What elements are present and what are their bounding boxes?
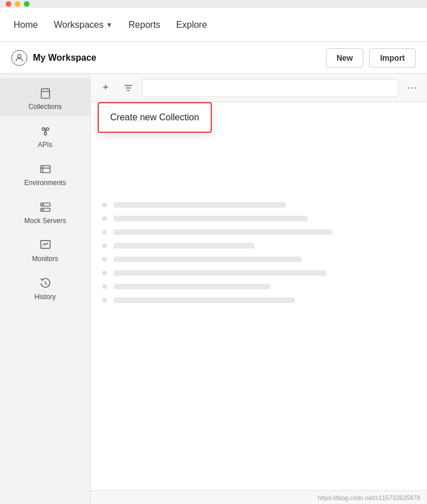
- workspace-actions: New Import: [326, 48, 416, 68]
- avatar: [11, 50, 27, 66]
- status-url: https://blog.csdn.net/z115732625878: [318, 494, 420, 501]
- traffic-light-green[interactable]: [24, 1, 30, 7]
- svg-line-6: [45, 129, 47, 132]
- apis-icon: [39, 124, 52, 138]
- skeleton-dot: [102, 284, 107, 289]
- mock-servers-icon: [39, 200, 52, 214]
- sidebar-label-history: History: [35, 293, 56, 301]
- workspace-left: My Workspace: [11, 50, 97, 66]
- skeleton-row-7: [102, 284, 416, 289]
- new-button[interactable]: New: [326, 48, 364, 68]
- skeleton-bar: [114, 202, 286, 208]
- svg-point-13: [42, 204, 43, 205]
- svg-rect-8: [40, 166, 50, 173]
- skeleton-dot: [102, 257, 107, 262]
- create-collection-item[interactable]: Create new Collection: [99, 103, 211, 132]
- sidebar-label-collections: Collections: [28, 103, 62, 111]
- sidebar-label-environments: Environments: [24, 179, 66, 187]
- status-bar: https://blog.csdn.net/z115732625878: [91, 490, 427, 504]
- top-nav: Home Workspaces ▼ Reports Explore: [0, 8, 427, 42]
- dropdown-popup: Create new Collection: [98, 102, 212, 133]
- sidebar-item-apis[interactable]: APIs: [0, 116, 90, 154]
- toolbar: + ···: [91, 74, 427, 102]
- sidebar-item-monitors[interactable]: Monitors: [0, 230, 90, 268]
- skeleton-bar: [114, 229, 333, 235]
- traffic-light-yellow[interactable]: [15, 1, 20, 7]
- sidebar-item-collections[interactable]: Collections: [0, 78, 90, 116]
- skeleton-row-6: [102, 270, 416, 276]
- skeleton-bar: [114, 243, 254, 249]
- main-layout: Collections APIs: [0, 74, 427, 504]
- sidebar: Collections APIs: [0, 74, 91, 504]
- skeleton-dot: [102, 230, 107, 234]
- skeleton-bar: [114, 284, 270, 289]
- nav-item-reports[interactable]: Reports: [128, 20, 160, 30]
- nav-item-explore[interactable]: Explore: [176, 20, 207, 30]
- skeleton-row-1: [102, 202, 416, 208]
- content-area: + ··· Create new Collection: [91, 74, 427, 504]
- sidebar-item-environments[interactable]: Environments: [0, 154, 90, 192]
- more-button[interactable]: ···: [403, 79, 421, 97]
- title-bar: [0, 0, 427, 8]
- skeleton-dot: [102, 298, 107, 303]
- traffic-light-red[interactable]: [6, 1, 11, 7]
- collections-icon: [39, 86, 52, 100]
- skeleton-bar: [114, 297, 295, 303]
- nav-item-home[interactable]: Home: [14, 20, 38, 30]
- filter-button[interactable]: [119, 79, 137, 97]
- skeleton-bar: [114, 257, 302, 262]
- skeleton-row-2: [102, 216, 416, 221]
- sidebar-item-mock-servers[interactable]: Mock Servers: [0, 192, 90, 230]
- add-button[interactable]: +: [97, 79, 115, 97]
- sidebar-label-mock-servers: Mock Servers: [24, 217, 66, 225]
- svg-point-14: [42, 209, 43, 211]
- skeleton-dot: [102, 203, 107, 207]
- sidebar-item-history[interactable]: History: [0, 268, 90, 306]
- workspace-bar: My Workspace New Import: [0, 42, 427, 74]
- sidebar-label-monitors: Monitors: [32, 255, 58, 263]
- workspace-name: My Workspace: [33, 53, 97, 63]
- skeleton-row-8: [102, 297, 416, 303]
- svg-point-4: [44, 132, 47, 135]
- svg-rect-1: [41, 89, 49, 99]
- environments-icon: [39, 162, 52, 176]
- skeleton-bar: [114, 270, 326, 276]
- skeleton-dot: [102, 243, 107, 248]
- monitors-icon: [39, 238, 52, 252]
- search-input[interactable]: [142, 79, 399, 97]
- skeleton-bar: [114, 216, 308, 221]
- skeleton-dot: [102, 271, 107, 275]
- chevron-down-icon: ▼: [106, 21, 112, 29]
- nav-item-workspaces[interactable]: Workspaces ▼: [54, 20, 113, 30]
- import-button[interactable]: Import: [369, 48, 416, 68]
- history-icon: [39, 276, 52, 290]
- skeleton-row-3: [102, 229, 416, 235]
- svg-point-0: [18, 54, 21, 58]
- skeleton-row-4: [102, 243, 416, 249]
- sidebar-label-apis: APIs: [38, 141, 52, 149]
- skeleton-row-5: [102, 257, 416, 262]
- skeleton-dot: [102, 216, 107, 221]
- skeleton-list: [91, 193, 427, 312]
